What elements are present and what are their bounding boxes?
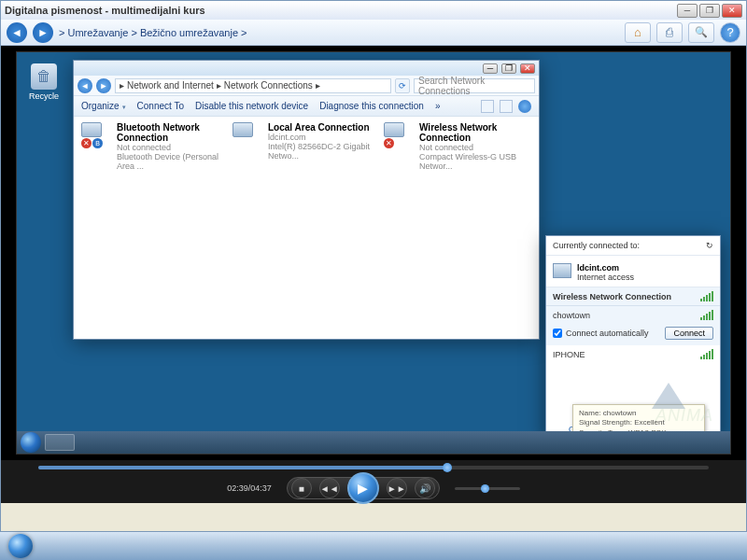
maximize-button[interactable]: ❐ [699,4,720,18]
breadcrumb: > Umrežavanje > Bežično umrežavanje > [59,27,619,38]
minimize-button[interactable]: ─ [677,4,698,18]
nc-titlebar: ─ ❐ ✕ [74,61,539,76]
nc-refresh-button[interactable]: ⟳ [395,78,410,93]
titlebar: Digitalna pismenost - multimedijalni kur… [1,1,746,20]
os-taskbar [0,532,747,560]
recycle-bin-icon: 🗑 [31,63,57,90]
wifi-network-iphone[interactable]: IPHONE [546,345,720,363]
breadcrumb-item[interactable]: Bežično umrežavanje [140,27,238,38]
start-orb-icon [8,534,33,558]
inner-task-item[interactable] [45,434,75,451]
preview-pane-button[interactable] [500,100,513,113]
inner-start-button[interactable] [21,432,41,453]
signal-bars-icon [700,310,713,320]
nc-maximize-button[interactable]: ❐ [501,63,516,74]
rewind-button[interactable]: ◄◄ [319,478,340,498]
wireless-icon: ✕ [384,122,414,148]
more-icon[interactable]: » [435,101,441,111]
watermark-triangle-icon [652,383,685,409]
nc-toolbar: Organize Connect To Disable this network… [74,96,539,117]
connect-to-button[interactable]: Connect To [137,101,184,111]
network-item-bluetooth[interactable]: ✕B Bluetooth Network Connection Not conn… [81,122,229,333]
course-window: Digitalna pismenost - multimedijalni kur… [0,0,747,532]
nc-body: ✕B Bluetooth Network Connection Not conn… [74,117,539,339]
signal-bars-icon [700,349,713,359]
wifi-network-chowtown[interactable]: chowtown [546,306,720,324]
video-frame: 🗑 Recycle ─ ❐ ✕ ◄ ► ▸ Network and Intern… [16,51,731,455]
toolbar: ◄ ► > Umrežavanje > Bežično umrežavanje … [1,20,746,46]
watermark: ANIMA [655,406,713,426]
network-item-wireless[interactable]: ✕ Wireless Network Connection Not connec… [384,122,531,333]
nc-back-button[interactable]: ◄ [78,78,92,93]
seek-bar[interactable] [38,466,709,469]
network-connections-window: ─ ❐ ✕ ◄ ► ▸ Network and Internet ▸ Netwo… [73,60,540,340]
signal-bars-icon [700,291,713,301]
search-button[interactable] [688,22,714,43]
refresh-icon[interactable]: ↻ [706,241,713,250]
current-connection: ldcint.com Internet access [546,259,720,287]
nc-search-input[interactable]: Search Network Connections [414,78,535,93]
diagnose-button[interactable]: Diagnose this connection [319,101,424,111]
nc-help-button[interactable] [518,100,531,113]
player-controls: 02:39/04:37 ■ ◄◄ ▶ ►► 🔊 [1,475,746,501]
media-player: 02:39/04:37 ■ ◄◄ ▶ ►► 🔊 [1,460,746,503]
start-button[interactable] [6,532,35,560]
organize-menu[interactable]: Organize [81,101,126,111]
view-button[interactable] [481,100,494,113]
volume-button[interactable]: 🔊 [415,478,435,498]
nc-forward-button[interactable]: ► [96,78,111,93]
close-button[interactable]: ✕ [722,4,742,18]
nc-path[interactable]: ▸ Network and Internet ▸ Network Connect… [115,78,391,93]
window-title: Digitalna pismenost - multimedijalni kur… [5,5,677,16]
recycle-bin: 🗑 Recycle [24,63,63,101]
bluetooth-icon: ✕B [81,122,111,148]
volume-thumb[interactable] [481,484,489,493]
forward-button[interactable]: ► [33,22,53,43]
seek-thumb[interactable] [443,463,452,472]
network-icon [553,263,571,278]
home-button[interactable] [625,22,651,43]
connect-button[interactable]: Connect [665,327,713,340]
time-display: 02:39/04:37 [227,483,272,493]
window-buttons: ─ ❐ ✕ [677,4,742,18]
help-button[interactable]: ? [720,22,740,43]
wifi-header: Currently connected to: ↻ [546,236,720,256]
breadcrumb-item[interactable]: Umrežavanje [68,27,129,38]
fast-forward-button[interactable]: ►► [387,478,407,498]
play-button[interactable]: ▶ [347,472,379,504]
lan-icon [233,122,262,148]
wifi-section-header: Wireless Network Connection [546,287,720,306]
network-item-lan[interactable]: Local Area Connection ldcint.com Intel(R… [233,122,380,333]
volume-slider[interactable] [455,487,520,490]
stop-button[interactable]: ■ [291,478,312,498]
video-stage: 🗑 Recycle ─ ❐ ✕ ◄ ► ▸ Network and Intern… [1,46,746,503]
folder-icon: ▸ [120,80,124,91]
inner-taskbar [17,431,730,454]
back-button[interactable]: ◄ [7,22,27,43]
nc-close-button[interactable]: ✕ [520,63,535,74]
recycle-bin-label: Recycle [24,91,63,101]
print-button[interactable] [656,22,683,43]
nc-minimize-button[interactable]: ─ [483,63,498,74]
connect-auto-checkbox[interactable] [553,329,562,338]
nc-address-bar: ◄ ► ▸ Network and Internet ▸ Network Con… [74,76,539,96]
connect-auto-row: Connect automatically Connect [546,324,720,345]
disable-device-button[interactable]: Disable this network device [195,101,308,111]
seek-progress [38,466,447,469]
